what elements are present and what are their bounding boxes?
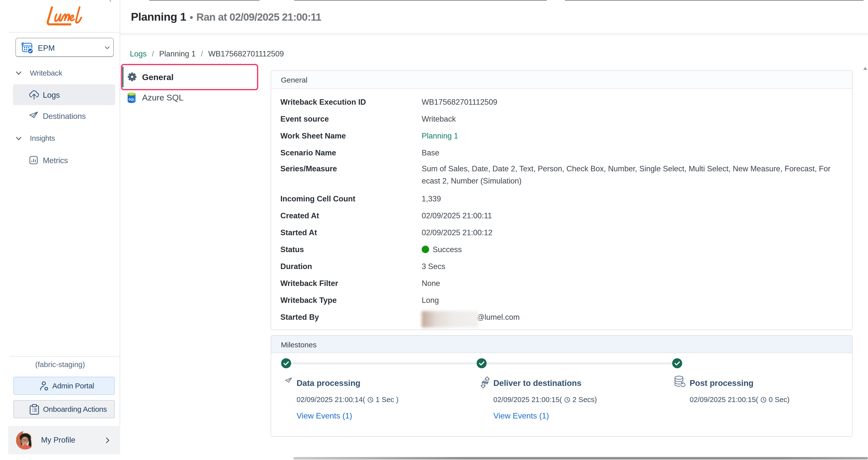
svg-text:SQL: SQL — [129, 98, 135, 101]
